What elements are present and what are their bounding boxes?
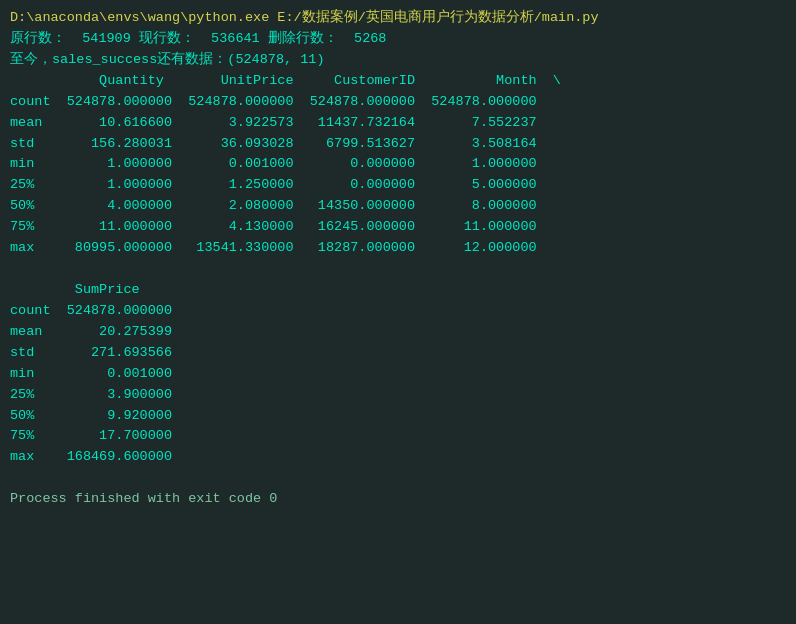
table1-row-4: 25% 1.000000 1.250000 0.000000 5.000000 bbox=[10, 175, 786, 196]
table1-row-0: count 524878.000000 524878.000000 524878… bbox=[10, 92, 786, 113]
empty-line-1 bbox=[10, 259, 786, 280]
info-original-rows: 原行数： 541909 现行数： 536641 删除行数： 5268 bbox=[10, 29, 786, 50]
table1-row-6: 75% 11.000000 4.130000 16245.000000 11.0… bbox=[10, 217, 786, 238]
table2-row-0: count 524878.000000 bbox=[10, 301, 786, 322]
table1-row-7: max 80995.000000 13541.330000 18287.0000… bbox=[10, 238, 786, 259]
info-sales-data: 至今，sales_success还有数据：(524878, 11) bbox=[10, 50, 786, 71]
table2-row-1: mean 20.275399 bbox=[10, 322, 786, 343]
process-end-line: Process finished with exit code 0 bbox=[10, 489, 786, 510]
table2-row-2: std 271.693566 bbox=[10, 343, 786, 364]
table1-header: Quantity UnitPrice CustomerID Month \ bbox=[10, 71, 786, 92]
table1-row-3: min 1.000000 0.001000 0.000000 1.000000 bbox=[10, 154, 786, 175]
path-line: D:\anaconda\envs\wang\python.exe E:/数据案例… bbox=[10, 8, 786, 29]
empty-line-2 bbox=[10, 468, 786, 489]
table1-row-2: std 156.280031 36.093028 6799.513627 3.5… bbox=[10, 134, 786, 155]
table1-row-1: mean 10.616600 3.922573 11437.732164 7.5… bbox=[10, 113, 786, 134]
table2-row-3: min 0.001000 bbox=[10, 364, 786, 385]
table2-row-6: 75% 17.700000 bbox=[10, 426, 786, 447]
table2-row-4: 25% 3.900000 bbox=[10, 385, 786, 406]
table1-row-5: 50% 4.000000 2.080000 14350.000000 8.000… bbox=[10, 196, 786, 217]
table2-row-7: max 168469.600000 bbox=[10, 447, 786, 468]
table2-row-5: 50% 9.920000 bbox=[10, 406, 786, 427]
table2-header: SumPrice bbox=[10, 280, 786, 301]
